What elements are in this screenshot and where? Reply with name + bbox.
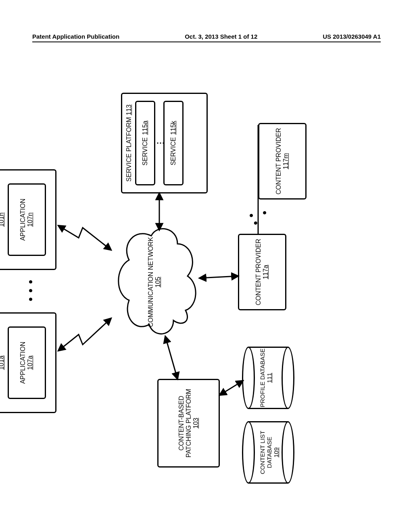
profile-db: PROFILE DATABASE 111 [242,347,294,409]
application-a: APPLICATION 107a [8,326,46,399]
content-list-db: CONTENT LIST DATABASE 109 [242,421,294,484]
service-platform-box: SERVICE PLATFORM 113 SERVICE 115a ⋮ SERV… [121,93,208,193]
db2-ref: 111 [266,373,273,383]
network-ref: 105 [154,277,161,288]
service-k: SERVICE 115k [163,101,184,185]
provider-a-ref: 117a [262,265,269,279]
ue-a-ref: 101a [0,355,5,370]
service-vdots: ⋮ [159,139,162,147]
user-equipment-a: USER EQUIPMENT (UE) 101a APPLICATION 107… [0,312,56,413]
content-provider-a: CONTENT PROVIDER 117a [238,234,286,310]
ue-n-ref: 101n [0,212,5,227]
db1-title: CONTENT LIST DATABASE [259,430,273,474]
diagram-figure-1: FIG. 1 100 USER EQUIPMENT (UE) 101a APPL… [0,125,411,439]
service-a: SERVICE 115a [135,101,155,185]
provider-m-ref: 117m [282,153,290,169]
app-a-title: APPLICATION [19,342,27,384]
app-n-title: APPLICATION [19,199,27,241]
application-n: APPLICATION 107n [8,183,46,256]
provider-ellipsis: • • • [243,200,275,231]
header-right: US 2013/0263049 A1 [323,33,381,40]
platform-title: CONTENT-BASED PATCHING PLATFORM [178,382,192,464]
app-n-ref: 107n [27,212,34,227]
service-platform-ref: 113 [125,104,132,115]
platform-ref: 103 [192,418,200,429]
user-equipment-n: USER EQUIPMENT (UE) 101n APPLICATION 107… [0,169,56,270]
ue-ellipsis: • • • [24,278,37,302]
header-center: Oct. 3, 2013 Sheet 1 of 12 [185,33,257,40]
app-a-ref: 107a [27,355,34,370]
network-title: COMMUNICATION NETWORK [147,237,154,327]
provider-m-title: CONTENT PROVIDER [275,128,282,194]
svg-line-3 [220,381,243,395]
service-k-title: SERVICE [170,137,177,165]
page-header: Patent Application Publication Oct. 3, 2… [32,33,381,42]
svg-line-0 [165,337,177,379]
communication-network-cloud: COMMUNICATION NETWORK 105 [113,224,206,341]
patching-platform-box: CONTENT-BASED PATCHING PLATFORM 103 [157,379,220,468]
service-a-ref: 115a [142,121,149,135]
db2-title: PROFILE DATABASE [259,348,266,407]
content-provider-m: CONTENT PROVIDER 117m [258,123,307,200]
db1-ref: 109 [273,447,280,457]
service-platform-title: SERVICE PLATFORM [125,117,132,181]
service-a-title: SERVICE [142,137,149,166]
service-k-ref: 115k [170,121,177,135]
header-left: Patent Application Publication [32,33,119,40]
provider-a-title: CONTENT PROVIDER [255,239,262,305]
